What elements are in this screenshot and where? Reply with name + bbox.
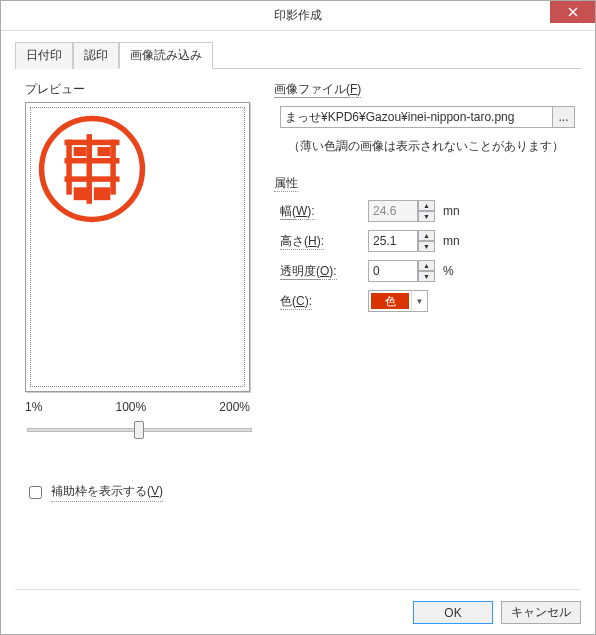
svg-rect-10 <box>98 147 111 156</box>
attributes-group: 属性 幅(W): ▲ ▼ mn 高さ(H): <box>274 175 581 312</box>
color-dropdown[interactable]: 色 ▼ <box>368 290 428 312</box>
preview-guides <box>30 107 245 387</box>
color-swatch: 色 <box>371 293 409 309</box>
guide-checkbox-row: 補助枠を表示する(V) <box>25 483 260 502</box>
guide-checkbox-label[interactable]: 補助枠を表示する(V) <box>51 483 163 502</box>
zoom-slider[interactable] <box>27 420 252 440</box>
tab-page-image: プレビュー <box>15 77 581 502</box>
tab-date-stamp[interactable]: 日付印 <box>15 42 73 69</box>
zoom-max-label: 200% <box>219 400 250 414</box>
file-path-input[interactable] <box>280 106 553 128</box>
height-spinner: ▲ ▼ <box>418 230 435 252</box>
zoom-mid-label: 100% <box>115 400 146 414</box>
height-unit: mn <box>443 234 460 248</box>
tab-strip: 日付印 認印 画像読み込み <box>15 41 581 69</box>
width-spinner: ▲ ▼ <box>418 200 435 222</box>
tab-approval-stamp[interactable]: 認印 <box>73 42 119 69</box>
opacity-spin-down[interactable]: ▼ <box>418 271 435 282</box>
attributes-group-label: 属性 <box>274 175 581 192</box>
opacity-label: 透明度(O): <box>280 263 360 280</box>
guide-checkbox[interactable] <box>29 486 42 499</box>
dialog-window: 印影作成 日付印 認印 画像読み込み プレビュー <box>0 0 596 635</box>
file-hint: （薄い色調の画像は表示されないことがあります） <box>288 138 573 155</box>
width-input <box>368 200 418 222</box>
height-spin-down[interactable]: ▼ <box>418 241 435 252</box>
svg-rect-6 <box>110 140 116 195</box>
cancel-button[interactable]: キャンセル <box>501 601 581 624</box>
ok-button[interactable]: OK <box>413 601 493 624</box>
close-button[interactable] <box>550 1 595 23</box>
stamp-image <box>37 114 147 224</box>
dialog-buttons: OK キャンセル <box>413 601 581 624</box>
height-input[interactable] <box>368 230 418 252</box>
height-row: 高さ(H): ▲ ▼ mn <box>280 230 575 252</box>
svg-rect-8 <box>94 187 111 200</box>
zoom-min-label: 1% <box>25 400 42 414</box>
file-group: 画像ファイル(F) ... （薄い色調の画像は表示されないことがあります） <box>274 81 581 155</box>
preview-label: プレビュー <box>25 81 260 98</box>
color-label: 色(C): <box>280 293 360 310</box>
separator <box>15 589 581 590</box>
titlebar: 印影作成 <box>1 1 595 31</box>
zoom-labels: 1% 100% 200% <box>25 400 250 414</box>
opacity-input[interactable] <box>368 260 418 282</box>
preview-canvas <box>25 102 250 392</box>
file-group-label: 画像ファイル(F) <box>274 81 581 98</box>
window-title: 印影作成 <box>274 7 322 24</box>
content-area: 日付印 認印 画像読み込み プレビュー <box>1 31 595 634</box>
chevron-down-icon: ▼ <box>411 291 427 311</box>
svg-rect-9 <box>74 147 87 156</box>
height-label: 高さ(H): <box>280 233 360 250</box>
svg-rect-5 <box>66 140 71 195</box>
opacity-unit: % <box>443 264 454 278</box>
height-spin-up[interactable]: ▲ <box>418 230 435 241</box>
file-path-row: ... <box>280 106 575 128</box>
opacity-spinner: ▲ ▼ <box>418 260 435 282</box>
width-spin-up[interactable]: ▲ <box>418 200 435 211</box>
preview-section: プレビュー <box>15 77 260 502</box>
width-spin-down[interactable]: ▼ <box>418 211 435 222</box>
svg-rect-7 <box>74 187 91 200</box>
width-label: 幅(W): <box>280 203 360 220</box>
opacity-row: 透明度(O): ▲ ▼ % <box>280 260 575 282</box>
browse-button[interactable]: ... <box>553 106 575 128</box>
opacity-spin-up[interactable]: ▲ <box>418 260 435 271</box>
settings-section: 画像ファイル(F) ... （薄い色調の画像は表示されないことがあります） 属性… <box>274 77 581 502</box>
width-row: 幅(W): ▲ ▼ mn <box>280 200 575 222</box>
color-row: 色(C): 色 ▼ <box>280 290 575 312</box>
width-unit: mn <box>443 204 460 218</box>
tab-image-import[interactable]: 画像読み込み <box>119 42 213 69</box>
zoom-slider-wrap <box>25 418 250 443</box>
